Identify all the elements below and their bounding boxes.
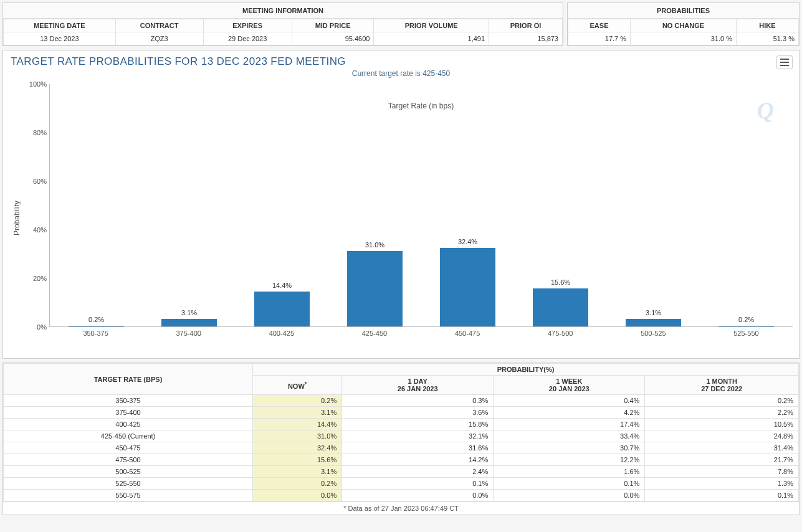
probabilities-panel: PROBABILITIES EASENO CHANGEHIKE 17.7 %31…	[567, 2, 800, 46]
chart-ylabel: Probability	[12, 201, 21, 235]
chart-title: TARGET RATE PROBABILITIES FOR 13 DEC 202…	[11, 55, 793, 68]
history-value-cell: 0.4%	[494, 395, 645, 407]
history-rate-header: TARGET RATE (BPS)	[4, 364, 253, 395]
meeting-info-header: PRIOR VOLUME	[374, 19, 489, 32]
history-prob-header: PROBABILITY(%)	[253, 364, 799, 376]
history-col-header: NOW*	[253, 376, 342, 395]
meeting-info-value: 13 Dec 2023	[4, 32, 116, 45]
history-col-header: 1 WEEK20 JAN 2023	[494, 376, 645, 395]
chart-panel: TARGET RATE PROBABILITIES FOR 13 DEC 202…	[2, 50, 800, 359]
meeting-info-value: 1,491	[374, 32, 489, 45]
history-rate-cell: 500-525	[4, 466, 253, 478]
probabilities-value: 51.3 %	[736, 32, 798, 45]
chart-y-tick: 80%	[33, 129, 47, 136]
chart-y-tick: 100%	[29, 80, 47, 88]
history-value-cell: 7.8%	[645, 466, 799, 478]
probabilities-value: 17.7 %	[568, 32, 631, 45]
history-value-cell: 21.7%	[645, 454, 799, 466]
history-value-cell: 0.0%	[253, 490, 342, 501]
chart-bar[interactable]	[69, 326, 124, 326]
history-rate-cell: 350-375	[4, 395, 253, 407]
chart-bar-slot: 0.2%	[50, 84, 143, 326]
history-row: 350-3750.2%0.3%0.4%0.2%	[4, 395, 799, 407]
chart-bar[interactable]	[161, 319, 217, 326]
chart-y-tick: 0%	[37, 323, 47, 331]
probabilities-header: HIKE	[736, 19, 798, 32]
history-value-cell: 14.4%	[253, 419, 342, 430]
history-value-cell: 31.0%	[253, 430, 342, 442]
chart-x-tick: 475-500	[514, 330, 607, 337]
chart-y-tick: 40%	[33, 226, 47, 234]
history-value-cell: 30.7%	[494, 442, 645, 454]
history-row: 525-5500.2%0.1%0.1%1.3%	[4, 478, 799, 490]
history-row: 500-5253.1%2.4%1.6%7.8%	[4, 466, 799, 478]
history-row: 475-50015.6%14.2%12.2%21.7%	[4, 454, 799, 466]
history-value-cell: 1.6%	[494, 466, 645, 478]
history-value-cell: 32.1%	[342, 430, 494, 442]
history-value-cell: 0.1%	[494, 478, 645, 490]
history-value-cell: 0.0%	[342, 490, 494, 501]
history-value-cell: 0.0%	[494, 490, 645, 501]
history-value-cell: 0.2%	[253, 395, 342, 407]
history-col-header: 1 DAY26 JAN 2023	[342, 376, 494, 395]
meeting-info-header: CONTRACT	[115, 19, 203, 32]
chart-x-tick: 425-450	[328, 330, 421, 337]
history-value-cell: 12.2%	[494, 454, 645, 466]
chart-menu-button[interactable]	[776, 55, 793, 69]
history-value-cell: 17.4%	[494, 419, 645, 430]
chart-y-tick: 20%	[33, 275, 47, 282]
history-value-cell: 0.1%	[342, 478, 494, 490]
history-value-cell: 14.2%	[342, 454, 494, 466]
probabilities-value: 31.0 %	[631, 32, 737, 45]
history-table: TARGET RATE (BPS) PROBABILITY(%) NOW*1 D…	[3, 363, 799, 501]
history-rate-cell: 425-450 (Current)	[4, 430, 253, 442]
probabilities-header: NO CHANGE	[631, 19, 737, 32]
history-value-cell: 0.2%	[645, 395, 799, 407]
chart-bar-label: 3.1%	[646, 309, 661, 316]
meeting-info-header: MEETING DATE	[4, 19, 116, 32]
chart-bar[interactable]	[626, 319, 681, 326]
chart-bar[interactable]	[347, 251, 403, 326]
chart-y-tick: 60%	[33, 178, 47, 185]
chart-bar-slot: 0.2%	[700, 84, 793, 326]
history-value-cell: 0.2%	[253, 478, 342, 490]
probabilities-title: PROBABILITIES	[568, 3, 799, 19]
meeting-info-header: PRIOR OI	[489, 19, 563, 32]
history-value-cell: 0.1%	[645, 490, 799, 501]
chart-bar[interactable]	[440, 248, 495, 326]
meeting-info-table: MEETING DATECONTRACTEXPIRESMID PRICEPRIO…	[3, 19, 563, 45]
history-value-cell: 3.1%	[253, 407, 342, 419]
history-col-header: 1 MONTH27 DEC 2022	[645, 376, 799, 395]
chart-plot: Q 0.2%3.1%14.4%31.0%32.4%15.6%3.1%0.2%	[49, 84, 793, 327]
chart-bar[interactable]	[254, 292, 310, 326]
history-rate-cell: 375-400	[4, 407, 253, 419]
chart-subtitle: Current target rate is 425-450	[9, 69, 793, 78]
history-value-cell: 2.4%	[342, 466, 494, 478]
meeting-information-panel: MEETING INFORMATION MEETING DATECONTRACT…	[2, 2, 563, 46]
history-value-cell: 31.6%	[342, 442, 494, 454]
history-row: 400-42514.4%15.8%17.4%10.5%	[4, 419, 799, 430]
chart-bar[interactable]	[718, 326, 774, 326]
meeting-info-value: ZQZ3	[115, 32, 203, 45]
history-panel: TARGET RATE (BPS) PROBABILITY(%) NOW*1 D…	[2, 363, 800, 515]
history-rate-cell: 400-425	[4, 419, 253, 430]
chart-y-ticks: 0%20%40%60%80%100%	[24, 84, 49, 352]
meeting-info-value: 95.4600	[292, 32, 374, 45]
probabilities-header: EASE	[568, 19, 631, 32]
chart-bar-label: 3.1%	[181, 309, 197, 316]
chart-area: Probability 0%20%40%60%80%100% Q 0.2%3.1…	[9, 84, 793, 352]
history-row: 450-47532.4%31.6%30.7%31.4%	[4, 442, 799, 454]
chart-bar-label: 0.2%	[738, 316, 754, 323]
chart-x-ticks: 350-375375-400400-425425-450450-475475-5…	[49, 330, 793, 337]
chart-bar[interactable]	[533, 288, 588, 326]
history-row: 425-450 (Current)31.0%32.1%33.4%24.8%	[4, 430, 799, 442]
history-rate-cell: 525-550	[4, 478, 253, 490]
meeting-info-header: MID PRICE	[292, 19, 374, 32]
history-value-cell: 15.6%	[253, 454, 342, 466]
history-value-cell: 3.1%	[253, 466, 342, 478]
chart-x-tick: 375-400	[142, 330, 235, 337]
history-value-cell: 0.3%	[342, 395, 494, 407]
chart-bar-slot: 3.1%	[143, 84, 236, 326]
history-value-cell: 3.6%	[342, 407, 494, 419]
history-value-cell: 33.4%	[494, 430, 645, 442]
